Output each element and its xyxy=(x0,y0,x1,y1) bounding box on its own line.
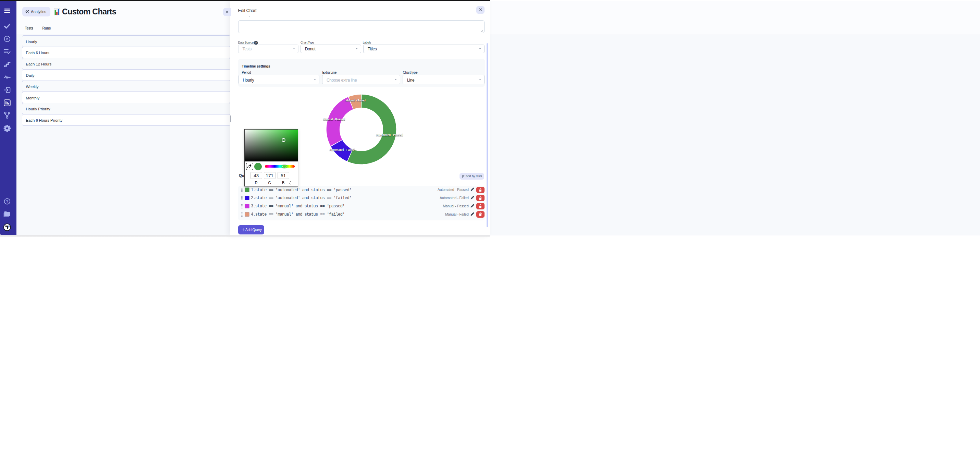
svg-text:?: ? xyxy=(6,199,8,203)
svg-text:?: ? xyxy=(255,41,257,44)
